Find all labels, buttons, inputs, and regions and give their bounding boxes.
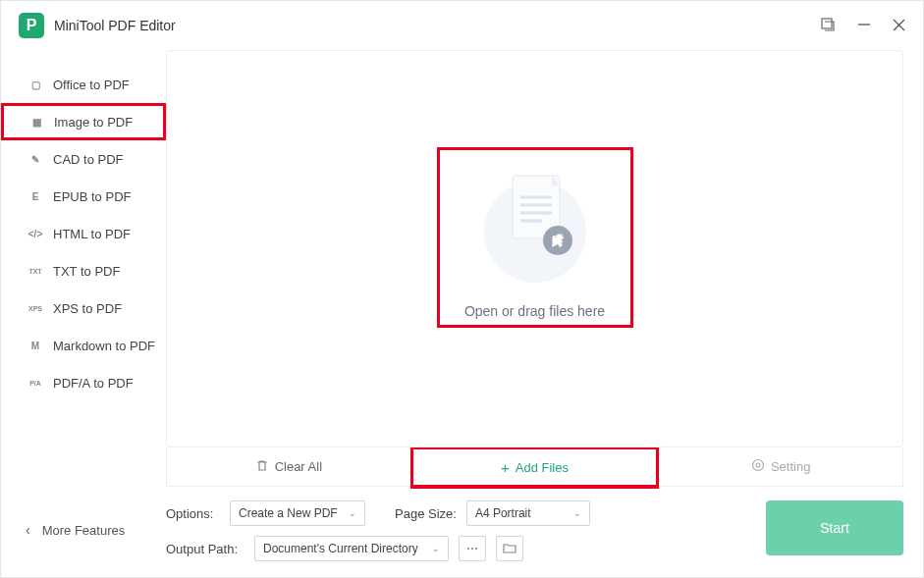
- drop-zone[interactable]: Open or drag files here: [166, 50, 903, 447]
- start-label: Start: [820, 520, 849, 536]
- chevron-down-icon: ⌄: [432, 544, 440, 553]
- sidebar-item-image-to-pdf[interactable]: ▦ Image to PDF: [1, 103, 166, 140]
- svg-rect-0: [822, 19, 832, 28]
- svg-point-11: [756, 463, 760, 467]
- sidebar-item-cad-to-pdf[interactable]: ✎ CAD to PDF: [1, 140, 166, 178]
- minimize-icon[interactable]: [857, 18, 871, 34]
- txt-icon: TXT: [27, 264, 43, 278]
- output-path-select[interactable]: Document's Current Directory ⌄: [254, 536, 449, 561]
- sidebar-item-label: EPUB to PDF: [53, 189, 131, 204]
- epub-icon: E: [27, 189, 43, 203]
- clear-all-button[interactable]: Clear All: [167, 447, 410, 486]
- more-options-button[interactable]: ⋯: [459, 536, 486, 561]
- sidebar-item-epub-to-pdf[interactable]: E EPUB to PDF: [1, 178, 166, 215]
- sidebar-item-xps-to-pdf[interactable]: XPS XPS to PDF: [1, 289, 166, 327]
- pagesize-select[interactable]: A4 Portrait ⌄: [466, 500, 590, 526]
- sidebar-item-label: Office to PDF: [53, 78, 130, 92]
- more-features-button[interactable]: ‹ More Features: [1, 522, 166, 538]
- svg-point-12: [752, 460, 763, 471]
- output-path-value: Document's Current Directory: [263, 542, 418, 555]
- setting-label: Setting: [771, 459, 810, 474]
- chevron-down-icon: ⌄: [573, 508, 581, 518]
- add-files-button[interactable]: + Add Files: [410, 447, 660, 489]
- sidebar-item-label: TXT to PDF: [53, 264, 120, 279]
- app-title: MiniTool PDF Editor: [54, 18, 176, 33]
- options-value: Create a New PDF: [239, 506, 338, 520]
- sidebar-item-label: Image to PDF: [54, 115, 133, 130]
- trash-icon: [255, 458, 269, 475]
- setting-button[interactable]: Setting: [659, 447, 902, 486]
- more-features-label: More Features: [42, 523, 126, 538]
- drop-text: Open or drag files here: [464, 303, 605, 319]
- browse-folder-button[interactable]: [496, 536, 523, 561]
- sidebar-item-markdown-to-pdf[interactable]: M Markdown to PDF: [1, 327, 166, 364]
- sidebar-item-pdfa-to-pdf[interactable]: P/A PDF/A to PDF: [1, 364, 166, 401]
- start-button[interactable]: Start: [766, 500, 903, 555]
- folder-icon: [503, 542, 516, 556]
- close-icon[interactable]: [893, 18, 905, 34]
- app-logo-icon: P: [19, 13, 44, 38]
- chevron-down-icon: ⌄: [349, 508, 356, 518]
- sidebar-item-html-to-pdf[interactable]: </> HTML to PDF: [1, 215, 166, 252]
- pdfa-icon: P/A: [27, 376, 43, 390]
- pagesize-label: Page Size:: [395, 506, 457, 521]
- office-icon: ▢: [27, 78, 43, 91]
- sidebar: ▢ Office to PDF ▦ Image to PDF ✎ CAD to …: [1, 50, 166, 577]
- sidebar-item-label: Markdown to PDF: [53, 339, 155, 353]
- sidebar-item-office-to-pdf[interactable]: ▢ Office to PDF: [1, 66, 166, 103]
- sidebar-item-label: XPS to PDF: [53, 301, 122, 316]
- clear-all-label: Clear All: [275, 459, 322, 474]
- options-label: Options:: [166, 506, 220, 521]
- chevron-left-icon: ‹: [26, 522, 30, 538]
- sidebar-item-label: CAD to PDF: [53, 152, 124, 167]
- cad-icon: ✎: [27, 152, 43, 166]
- xps-icon: XPS: [27, 301, 43, 315]
- sidebar-item-txt-to-pdf[interactable]: TXT TXT to PDF: [1, 252, 166, 289]
- pagesize-value: A4 Portrait: [475, 506, 531, 520]
- html-icon: </>: [27, 227, 43, 240]
- gear-icon: [751, 458, 765, 475]
- add-files-label: Add Files: [516, 460, 569, 475]
- document-illustration-icon: [462, 158, 609, 286]
- sidebar-item-label: HTML to PDF: [53, 227, 131, 241]
- window-tab-icon[interactable]: [820, 17, 836, 35]
- options-select[interactable]: Create a New PDF ⌄: [230, 500, 365, 526]
- output-path-label: Output Path:: [166, 542, 245, 556]
- sidebar-item-label: PDF/A to PDF: [53, 376, 134, 391]
- markdown-icon: M: [27, 339, 43, 352]
- image-icon: ▦: [28, 115, 44, 129]
- ellipsis-icon: ⋯: [466, 542, 478, 555]
- plus-icon: +: [501, 459, 510, 476]
